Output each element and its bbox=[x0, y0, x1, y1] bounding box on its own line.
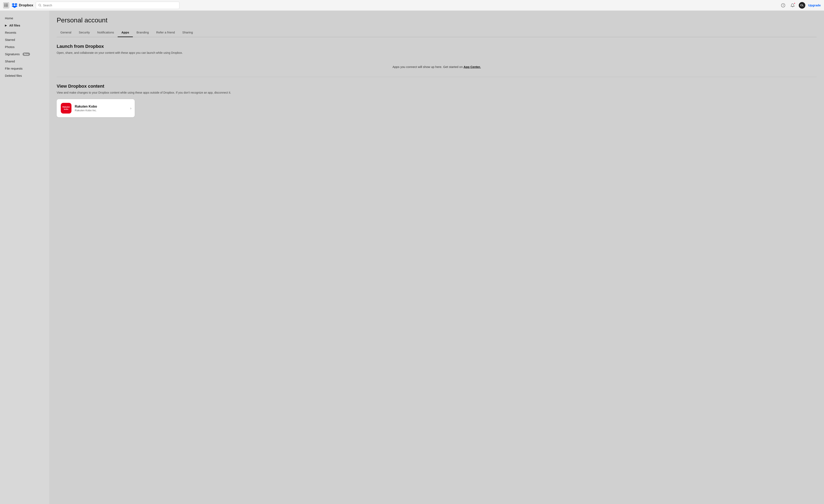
svg-rect-7 bbox=[6, 6, 7, 7]
launch-empty-state: Apps you connect will show up here. Get … bbox=[57, 59, 817, 75]
sidebar-item-label: Home bbox=[5, 16, 13, 20]
main-content: Personal account GeneralSecurityNotifica… bbox=[49, 11, 824, 504]
tab-branding[interactable]: Branding bbox=[133, 29, 152, 37]
tab-notifications[interactable]: Notifications bbox=[94, 29, 118, 37]
dropbox-logo[interactable]: Dropbox bbox=[11, 2, 33, 8]
grid-menu-button[interactable] bbox=[3, 2, 9, 8]
sidebar-item-label: Deleted files bbox=[5, 74, 22, 77]
tab-apps[interactable]: Apps bbox=[118, 29, 133, 37]
svg-rect-3 bbox=[4, 5, 5, 6]
sidebar-item-label: Signatures bbox=[5, 53, 20, 56]
app-company: Rakuten Kobo Inc. bbox=[75, 109, 131, 112]
sidebar-item-photos[interactable]: Photos bbox=[0, 43, 49, 50]
svg-rect-0 bbox=[4, 3, 5, 5]
svg-rect-6 bbox=[4, 6, 5, 7]
app-card-rakuten[interactable]: Rakutenkobo Rakuten Kobo Rakuten Kobo In… bbox=[57, 99, 135, 117]
sidebar-item-shared[interactable]: Shared bbox=[0, 58, 49, 65]
avatar[interactable]: CL bbox=[799, 2, 805, 9]
tab-general[interactable]: General bbox=[57, 29, 75, 37]
search-icon bbox=[38, 4, 41, 7]
app-icon-text: Rakutenkobo bbox=[63, 106, 70, 110]
sidebar-item-starred[interactable]: Starred bbox=[0, 36, 49, 43]
view-section-desc: View and make changes to your Dropbox co… bbox=[57, 91, 817, 94]
sidebar-item-signatures[interactable]: SignaturesNew bbox=[0, 51, 49, 58]
tabs: GeneralSecurityNotificationsAppsBranding… bbox=[57, 29, 817, 37]
logo-text: Dropbox bbox=[19, 3, 33, 7]
sidebar-item-recents[interactable]: Recents bbox=[0, 29, 49, 36]
app-center-link[interactable]: App Center. bbox=[463, 65, 481, 69]
tab-sharing[interactable]: Sharing bbox=[179, 29, 197, 37]
tab-security[interactable]: Security bbox=[75, 29, 93, 37]
layout: Home▶All filesRecentsStarredPhotosSignat… bbox=[0, 11, 824, 504]
help-icon: ? bbox=[781, 3, 785, 7]
page-title: Personal account bbox=[57, 16, 817, 24]
svg-rect-5 bbox=[7, 5, 8, 6]
app-icon-rakuten: Rakutenkobo bbox=[61, 103, 72, 113]
sidebar-item-deleted-files[interactable]: Deleted files bbox=[0, 72, 49, 79]
launch-section: Launch from Dropbox Open, share, and col… bbox=[57, 44, 817, 75]
chevron-icon: ▶ bbox=[5, 24, 7, 27]
svg-line-10 bbox=[40, 6, 41, 6]
sidebar-item-label: File requests bbox=[5, 67, 23, 70]
notification-dot bbox=[794, 2, 796, 4]
topbar-right: ? CL Upgrade bbox=[780, 2, 821, 9]
upgrade-button[interactable]: Upgrade bbox=[808, 3, 821, 7]
svg-rect-1 bbox=[6, 3, 7, 5]
launch-section-title: Launch from Dropbox bbox=[57, 44, 817, 49]
sidebar-item-all-files[interactable]: ▶All files bbox=[0, 22, 49, 29]
view-section: View Dropbox content View and make chang… bbox=[57, 84, 817, 117]
sidebar-item-home[interactable]: Home bbox=[0, 15, 49, 21]
tab-refer-a-friend[interactable]: Refer a friend bbox=[152, 29, 179, 37]
svg-text:?: ? bbox=[783, 4, 784, 7]
topbar: Dropbox ? CL Upgrade bbox=[0, 0, 824, 11]
svg-rect-2 bbox=[7, 3, 8, 5]
notifications-button[interactable] bbox=[789, 2, 796, 9]
app-info: Rakuten Kobo Rakuten Kobo Inc. bbox=[75, 105, 131, 112]
app-card-chevron-icon: › bbox=[130, 106, 131, 110]
badge-new: New bbox=[23, 53, 30, 56]
svg-rect-4 bbox=[6, 5, 7, 6]
search-bar[interactable] bbox=[36, 2, 180, 9]
empty-text-before: Apps you connect will show up here. Get … bbox=[392, 65, 463, 69]
sidebar-item-label: Recents bbox=[5, 31, 16, 34]
sidebar-item-label: Starred bbox=[5, 38, 15, 41]
launch-section-desc: Open, share, and collaborate on your con… bbox=[57, 51, 817, 55]
sidebar-item-label: Shared bbox=[5, 60, 15, 63]
sidebar-item-label: Photos bbox=[5, 45, 15, 48]
view-section-title: View Dropbox content bbox=[57, 84, 817, 89]
sidebar-item-label: All files bbox=[9, 24, 20, 27]
svg-rect-8 bbox=[7, 6, 8, 7]
svg-point-9 bbox=[38, 4, 41, 6]
sidebar: Home▶All filesRecentsStarredPhotosSignat… bbox=[0, 11, 49, 504]
sidebar-item-file-requests[interactable]: File requests bbox=[0, 65, 49, 72]
search-input[interactable] bbox=[43, 4, 177, 7]
app-name: Rakuten Kobo bbox=[75, 105, 131, 108]
help-button[interactable]: ? bbox=[780, 2, 787, 9]
